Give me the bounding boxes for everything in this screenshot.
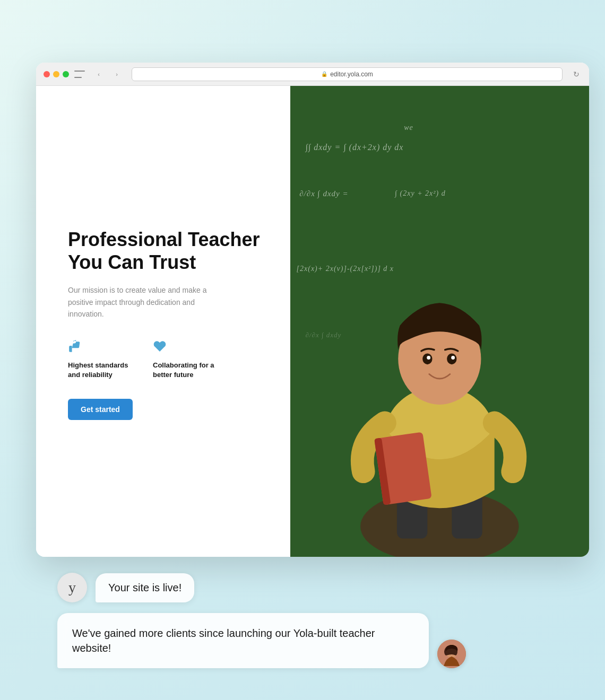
browser-window: ‹ › 🔒 editor.yola.com ↻ Professional Tea… bbox=[36, 63, 589, 557]
chat-bubble-2: We've gained more clients since launchin… bbox=[57, 613, 429, 668]
hero-title: Professional Teacher You Can Trust bbox=[68, 228, 264, 274]
chat-message-2: We've gained more clients since launchin… bbox=[57, 613, 466, 668]
browser-toolbar: ‹ › 🔒 editor.yola.com ↻ bbox=[36, 63, 589, 86]
math-line-4: ∫ (2xy + 2x²) d bbox=[395, 189, 445, 198]
address-bar[interactable]: 🔒 editor.yola.com bbox=[132, 67, 563, 81]
get-started-button[interactable]: Get started bbox=[68, 399, 133, 420]
hero-subtitle: Our mission is to create value and make … bbox=[68, 284, 217, 320]
math-line-5: [2x(x)+ 2x(v)]-(2x[x²])] d x bbox=[297, 265, 394, 273]
feature-2-label: Collaborating for a better future bbox=[153, 361, 217, 380]
teacher-illustration bbox=[290, 86, 589, 557]
close-button[interactable] bbox=[44, 71, 50, 77]
features-row: Highest standards and reliability Collab… bbox=[68, 339, 264, 380]
chat-bubble-1: Your site is live! bbox=[96, 573, 194, 602]
thumbsup-icon bbox=[68, 339, 132, 356]
math-line-3: ∂/∂x ∫ dxdy = bbox=[299, 189, 348, 198]
user-avatar bbox=[437, 640, 466, 668]
sidebar-toggle-icon[interactable] bbox=[74, 71, 85, 78]
forward-button[interactable]: › bbox=[110, 68, 123, 81]
feature-1: Highest standards and reliability bbox=[68, 339, 132, 380]
feature-1-label: Highest standards and reliability bbox=[68, 361, 132, 380]
math-line-6: ∂/∂x ∫ dxdy bbox=[305, 331, 341, 339]
url-text: editor.yola.com bbox=[330, 71, 373, 78]
traffic-lights bbox=[44, 71, 69, 77]
yola-avatar: y bbox=[57, 573, 87, 602]
chalkboard-background: ∫∫ dxdy = ∫ (dx+2x) dy dx we ∂/∂x ∫ dxdy… bbox=[290, 86, 589, 557]
left-panel: Professional Teacher You Can Trust Our m… bbox=[36, 86, 290, 557]
math-line-2: we bbox=[404, 124, 413, 132]
maximize-button[interactable] bbox=[63, 71, 69, 77]
browser-content: Professional Teacher You Can Trust Our m… bbox=[36, 86, 589, 557]
math-line-1: ∫∫ dxdy = ∫ (dx+2x) dy dx bbox=[305, 143, 403, 152]
minimize-button[interactable] bbox=[53, 71, 59, 77]
chat-section: y Your site is live! We've gained more c… bbox=[36, 557, 589, 684]
heart-icon bbox=[153, 339, 217, 356]
feature-2: Collaborating for a better future bbox=[153, 339, 217, 380]
svg-point-11 bbox=[451, 356, 455, 360]
chat-message-1: y Your site is live! bbox=[57, 573, 194, 602]
back-button[interactable]: ‹ bbox=[92, 68, 105, 81]
reload-button[interactable]: ↻ bbox=[571, 69, 582, 80]
svg-point-10 bbox=[427, 356, 431, 360]
right-panel: ∫∫ dxdy = ∫ (dx+2x) dy dx we ∂/∂x ∫ dxdy… bbox=[290, 86, 589, 557]
lock-icon: 🔒 bbox=[321, 71, 327, 77]
